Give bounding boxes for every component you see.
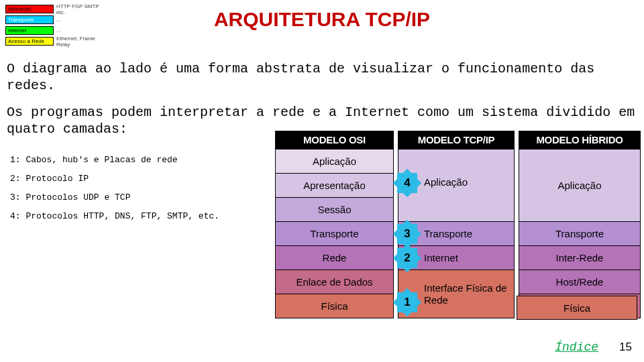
tcpip-header: MODELO TCP/IP [398, 131, 514, 149]
layer-enumeration: 1: Cabos, hub's e Placas de rede 2: Prot… [10, 151, 219, 226]
osi-layer-session: Sessão [276, 197, 393, 221]
star-badge-4: 4 [397, 173, 417, 193]
star-badge-1: 1 [397, 292, 417, 312]
osi-layer-physical: Física [276, 294, 393, 318]
hybrid-layer-physical: Física [517, 296, 637, 320]
bullet-1: 1: Cabos, hub's e Placas de rede [10, 151, 219, 170]
osi-layer-application: Aplicação [276, 149, 393, 173]
hybrid-header: MODELO HÍBRIDO [519, 131, 640, 149]
osi-column: MODELO OSI Aplicação Apresentação Sessão… [275, 131, 394, 318]
page-number: 15 [619, 341, 632, 354]
hybrid-layer-application: Aplicação [519, 149, 640, 221]
bullet-2: 2: Protocolo IP [10, 170, 219, 188]
hybrid-column: MODELO HÍBRIDO Aplicação Transporte Inte… [519, 131, 641, 318]
bullet-3: 3: Protocolos UDP e TCP [10, 188, 219, 207]
page-title: ARQUITETURA TCP/IP [0, 8, 644, 31]
star-badge-2: 2 [397, 248, 417, 268]
osi-layer-datalink: Enlace de Dados [276, 269, 393, 294]
osi-header: MODELO OSI [276, 131, 393, 149]
osi-layer-presentation: Apresentação [276, 173, 393, 197]
index-link[interactable]: Índice [555, 341, 598, 354]
osi-layer-transport: Transporte [276, 221, 393, 245]
bullet-4: 4: Protocolos HTTP, DNS, FTP, SMTP, etc. [10, 207, 219, 226]
paragraph-1: O diagrama ao lado é uma forma abstrata … [7, 60, 637, 94]
osi-layer-network: Rede [276, 245, 393, 269]
hybrid-layer-internetwork: Inter-Rede [519, 245, 640, 269]
star-badge-3: 3 [397, 224, 417, 244]
mini-layer-4-desc: Ethernet, Frame Relay [54, 37, 109, 46]
hybrid-layer-transport: Transporte [519, 221, 640, 245]
mini-layer-4: Acesso a Rede [5, 37, 54, 46]
hybrid-layer-hostnet: Host/Rede [519, 269, 640, 294]
models-comparison-diagram: MODELO OSI Aplicação Apresentação Sessão… [275, 131, 641, 318]
